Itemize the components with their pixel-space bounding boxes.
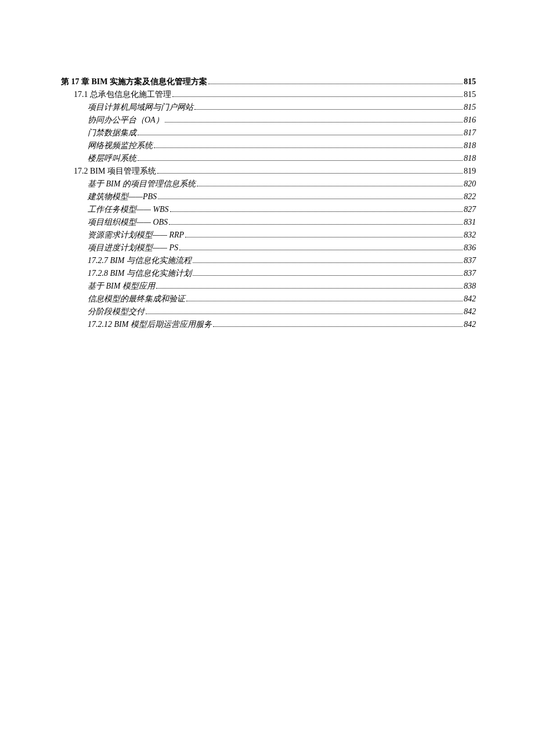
- toc-entry-label: 17.1 总承包信息化施工管理: [74, 88, 171, 100]
- toc-entry-page: 816: [464, 114, 476, 126]
- toc-entry-label: 第 17 章 BIM 实施方案及信息化管理方案: [61, 75, 207, 88]
- toc-entry: 基于 BIM 的项目管理信息系统820: [61, 178, 476, 190]
- toc-entry: 项目组织模型—— OBS831: [61, 216, 476, 228]
- toc-entry-label: 基于 BIM 模型应用: [88, 280, 155, 292]
- toc-leader-dots: [138, 153, 463, 161]
- toc-entry: 分阶段模型交付842: [61, 305, 476, 318]
- toc-leader-dots: [138, 128, 463, 135]
- toc-entry: 项目进度计划模型—— PS836: [61, 242, 476, 254]
- toc-entry-label: 项目组织模型—— OBS: [88, 216, 168, 228]
- toc-entry-page: 815: [464, 75, 476, 88]
- toc-leader-dots: [197, 179, 463, 186]
- toc-leader-dots: [208, 77, 463, 84]
- toc-leader-dots: [186, 294, 463, 301]
- toc-entry: 17.2.12 BIM 模型后期运营应用服务 842: [61, 318, 476, 330]
- toc-entry-page: 815: [464, 101, 476, 113]
- toc-leader-dots: [146, 307, 463, 314]
- toc-entry-page: 836: [464, 242, 476, 254]
- toc-entry-label: 建筑物模型——PBS: [88, 190, 157, 203]
- toc-leader-dots: [213, 319, 463, 327]
- toc-entry: 17.2.7 BIM 与信息化实施流程837: [61, 254, 476, 267]
- toc-entry-label: 楼层呼叫系统: [88, 152, 136, 164]
- toc-entry-label: 基于 BIM 的项目管理信息系统: [88, 178, 196, 190]
- toc-leader-dots: [154, 141, 463, 148]
- toc-entry: 信息模型的最终集成和验证842: [61, 293, 476, 305]
- toc-entry: 建筑物模型——PBS 822: [61, 190, 476, 203]
- toc-entry: 网络视频监控系统818: [61, 139, 476, 152]
- toc-entry-label: 资源需求计划模型—— RRP: [88, 229, 184, 241]
- toc-entry-page: 838: [464, 280, 476, 292]
- toc-leader-dots: [165, 115, 463, 123]
- toc-entry-label: 协同办公平台（OA）: [88, 114, 164, 126]
- toc-leader-dots: [193, 268, 463, 276]
- toc-leader-dots: [156, 281, 463, 289]
- toc-entry-label: 网络视频监控系统: [88, 139, 153, 152]
- toc-entry-label: 门禁数据集成: [88, 127, 136, 139]
- toc-leader-dots: [179, 243, 463, 250]
- toc-entry-label: 17.2.8 BIM 与信息化实施计划: [88, 267, 192, 279]
- toc-leader-dots: [185, 230, 463, 237]
- toc-entry: 工作任务模型—— WBS 827: [61, 203, 476, 215]
- toc-entry: 17.1 总承包信息化施工管理815: [61, 88, 476, 100]
- toc-entry-label: 17.2 BIM 项目管理系统: [74, 165, 156, 177]
- toc-entry: 基于 BIM 模型应用838: [61, 280, 476, 292]
- toc-leader-dots: [169, 217, 463, 225]
- toc-entry-page: 820: [464, 178, 476, 190]
- toc-entry-page: 817: [464, 127, 476, 139]
- toc-leader-dots: [170, 204, 463, 212]
- toc-entry-page: 832: [464, 229, 476, 241]
- toc-entry-page: 837: [464, 267, 476, 279]
- toc-entry-page: 842: [464, 305, 476, 318]
- toc-entry-page: 827: [464, 203, 476, 215]
- toc-entry-label: 17.2.7 BIM 与信息化实施流程: [88, 254, 192, 267]
- toc-entry-label: 工作任务模型—— WBS: [88, 203, 169, 215]
- toc-entry-label: 项目计算机局域网与门户网站: [88, 101, 193, 113]
- toc-entry: 资源需求计划模型—— RRP832: [61, 229, 476, 241]
- toc-entry-label: 项目进度计划模型—— PS: [88, 242, 178, 254]
- toc-entry-page: 842: [464, 318, 476, 330]
- toc-entry-page: 815: [464, 88, 476, 100]
- toc-entry: 第 17 章 BIM 实施方案及信息化管理方案 815: [61, 75, 476, 88]
- toc-entry-page: 831: [464, 216, 476, 228]
- toc-entry-label: 分阶段模型交付: [88, 305, 145, 318]
- toc-entry-page: 818: [464, 152, 476, 164]
- toc-entry: 协同办公平台（OA）816: [61, 114, 476, 126]
- toc-entry-page: 837: [464, 254, 476, 267]
- toc-entry-page: 842: [464, 293, 476, 305]
- toc-entry: 17.2 BIM 项目管理系统 819: [61, 165, 476, 177]
- toc-entry-page: 818: [464, 139, 476, 152]
- toc-entry-page: 819: [464, 165, 476, 177]
- toc-entry: 项目计算机局域网与门户网站815: [61, 101, 476, 113]
- toc-leader-dots: [157, 166, 463, 174]
- toc-entry: 楼层呼叫系统818: [61, 152, 476, 164]
- toc-entry: 门禁数据集成817: [61, 127, 476, 139]
- toc-leader-dots: [158, 192, 463, 199]
- toc-leader-dots: [172, 89, 463, 97]
- toc-leader-dots: [193, 255, 463, 263]
- toc-entry-label: 信息模型的最终集成和验证: [88, 293, 185, 305]
- table-of-contents: 第 17 章 BIM 实施方案及信息化管理方案 81517.1 总承包信息化施工…: [61, 75, 476, 330]
- toc-entry-page: 822: [464, 190, 476, 203]
- toc-entry: 17.2.8 BIM 与信息化实施计划837: [61, 267, 476, 279]
- toc-entry-label: 17.2.12 BIM 模型后期运营应用服务: [88, 318, 212, 330]
- toc-leader-dots: [194, 102, 463, 110]
